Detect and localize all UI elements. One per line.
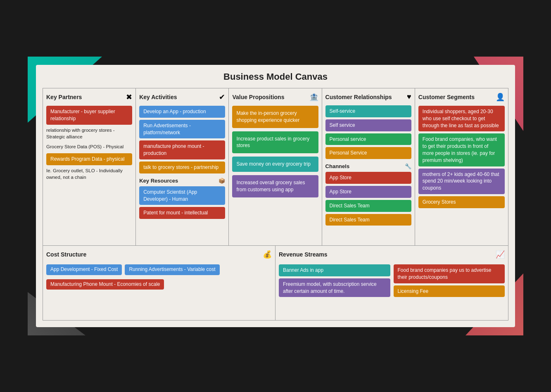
ch-item-2: App Store	[325, 186, 411, 198]
value-props-title: Value Propositions	[232, 94, 284, 100]
cost-structure-icon: 💰	[263, 250, 272, 259]
key-partners-icon: ✖	[126, 93, 132, 102]
customer-rel-col: Customer Relationships ♥ Self-service Se…	[322, 88, 415, 245]
cr-item-3: Personal service	[325, 133, 411, 145]
ka-item-1: Develop an App - production	[139, 106, 225, 118]
cr-item-1: Self-service	[325, 105, 411, 117]
customer-rel-header: Customer Relationships ♥	[325, 93, 411, 101]
customer-rel-icon: ♥	[407, 93, 411, 101]
cs-item-4: Grocery Stores	[418, 196, 505, 208]
customer-rel-title: Customer Relationships	[325, 94, 392, 100]
cr-item-4: Personal Service	[325, 147, 411, 159]
rev-item-1: Banner Ads in app	[279, 264, 390, 276]
cs-item-1: Individual shoppers, aged 20-30 who use …	[418, 106, 505, 131]
kp-item-2: relationship with grocery stores - Strat…	[46, 127, 132, 140]
kp-item-1: Manufacturer - buyer supplier relationsh…	[46, 106, 132, 125]
vp-item-4: Increased overall grocery sales from cus…	[232, 175, 318, 197]
cost-structure-col: Cost Structure 💰 App Development - Fixed…	[43, 246, 276, 320]
revenue-header: Revenue Streams 📈	[279, 250, 505, 259]
revenue-left: Banner Ads in app Freemium model, with s…	[279, 263, 390, 299]
ka-item-3: manufacture phone mount - production	[139, 140, 225, 159]
value-propositions-col: Value Propositions 🏦 Make the in-person …	[229, 88, 322, 245]
customer-segments-header: Customer Segments 👤	[418, 93, 505, 102]
customer-segments-col: Customer Segments 👤 Individual shoppers,…	[415, 88, 508, 245]
revenue-right: Food brand companies pay us to advertise…	[394, 263, 505, 299]
cost-structure-title: Cost Structure	[46, 251, 86, 258]
cr-item-2: Self service	[325, 119, 411, 131]
customer-segments-title: Customer Segments	[418, 94, 475, 100]
cost-structure-header: Cost Structure 💰	[46, 250, 272, 259]
key-resources-title: Key Resources	[139, 178, 178, 184]
cs-item-3: mothers of 2+ kids aged 40-60 that spend…	[418, 169, 505, 194]
rev-item-3: Food brand companies pay us to advertise…	[394, 264, 505, 283]
key-partners-col: Key Partners ✖ Manufacturer - buyer supp…	[43, 88, 136, 245]
channels-header: Channels 🔧	[325, 163, 411, 169]
cs-item-2: Food brand companies, who want to get th…	[418, 133, 505, 166]
page-wrapper: Business Model Canvas Key Partners ✖ Man…	[28, 57, 523, 335]
vp-item-1: Make the in-person grocery shopping expe…	[232, 106, 318, 128]
revenue-title: Revenue Streams	[279, 251, 328, 258]
ch-item-3: Direct Sales Team	[325, 200, 411, 212]
key-activities-title: Key Activities	[139, 94, 177, 100]
canvas-container: Business Model Canvas Key Partners ✖ Man…	[36, 65, 515, 327]
ka-item-2: Run Advertisements - platform/network	[139, 120, 225, 139]
revenue-streams-col: Revenue Streams 📈 Banner Ads in app Free…	[276, 246, 508, 320]
rev-item-4: Licensing Fee	[394, 285, 505, 297]
kr-item-1: Computer Scientist (App Developer) - Hum…	[139, 186, 225, 205]
top-section: Key Partners ✖ Manufacturer - buyer supp…	[43, 88, 508, 246]
canvas-title: Business Model Canvas	[43, 71, 508, 82]
ch-item-1: App Store	[325, 172, 411, 184]
customer-segments-icon: 👤	[496, 93, 505, 102]
key-activities-icon: ✔	[219, 93, 225, 102]
kp-item-3: Grocery Store Data (POS) - Physical	[46, 143, 132, 150]
vp-item-3: Save money on every grocery trip	[232, 157, 318, 172]
cost-tags-row-1: App Development - Fixed Cost Running Adv…	[46, 263, 272, 276]
key-partners-header: Key Partners ✖	[46, 93, 132, 102]
cost-item-1: App Development - Fixed Cost	[46, 264, 122, 275]
cost-item-2: Running Advertisements - Variable cost	[125, 264, 219, 275]
key-activities-col: Key Activities ✔ Develop an App - produc…	[136, 88, 229, 245]
key-activities-header: Key Activities ✔	[139, 93, 225, 102]
cost-item-3: Manufacturing Phone Mount - Economies of…	[46, 279, 164, 290]
bottom-section: Cost Structure 💰 App Development - Fixed…	[43, 246, 508, 320]
key-partners-title: Key Partners	[46, 94, 82, 100]
revenue-inner: Banner Ads in app Freemium model, with s…	[279, 263, 505, 299]
kp-item-4: Rewards Program Data - physical	[46, 153, 132, 165]
channels-icon: 🔧	[405, 163, 411, 169]
value-props-header: Value Propositions 🏦	[232, 93, 318, 102]
key-resources-header: Key Resources 📦	[139, 178, 225, 184]
kp-item-5: Ie. Grocery outlet, SLO - Individually o…	[46, 167, 132, 181]
key-resources-icon: 📦	[218, 178, 225, 184]
ka-item-4: talk to grocery stores - partnership	[139, 162, 225, 173]
rev-item-2: Freemium model, with subscription servic…	[279, 278, 390, 297]
canvas-main: Key Partners ✖ Manufacturer - buyer supp…	[43, 88, 508, 321]
vp-item-2: Increase product sales in grocery stores	[232, 131, 318, 154]
channels-title: Channels	[325, 163, 350, 169]
value-props-icon: 🏦	[309, 93, 318, 102]
kr-item-2: Patent for mount - intellectual	[139, 207, 225, 219]
revenue-icon: 📈	[496, 250, 505, 259]
ch-item-4: Direct Sales Team	[325, 214, 411, 226]
cost-tags-row-2: Manufacturing Phone Mount - Economies of…	[46, 278, 272, 291]
